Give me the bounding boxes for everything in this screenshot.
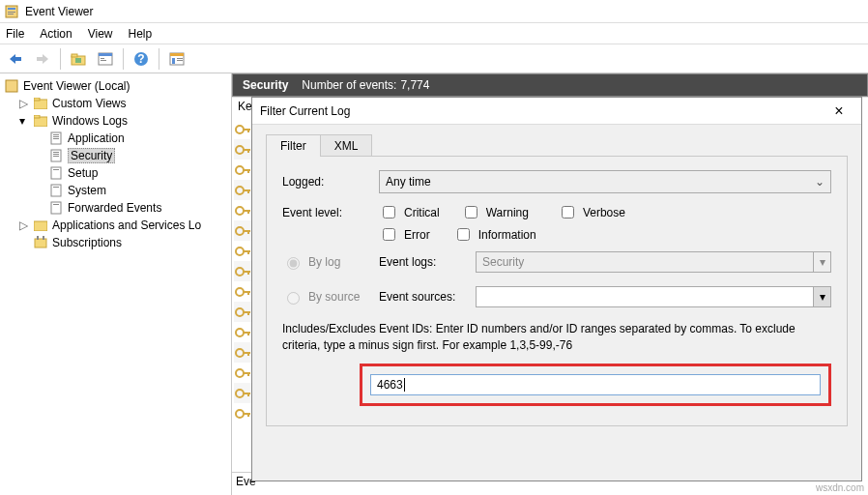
menu-action[interactable]: Action bbox=[40, 27, 72, 41]
tree-setup[interactable]: Setup bbox=[2, 164, 229, 182]
help-text: Includes/Excludes Event IDs: Enter ID nu… bbox=[282, 321, 831, 354]
menubar: File Action View Help bbox=[0, 23, 868, 44]
dropdown-button[interactable]: ▾ bbox=[813, 287, 830, 306]
radio bbox=[287, 292, 300, 305]
key-icon bbox=[234, 324, 253, 341]
svg-rect-42 bbox=[35, 239, 46, 248]
tree-forwarded[interactable]: Forwarded Events bbox=[2, 199, 229, 217]
log-icon bbox=[48, 131, 64, 146]
event-id-value: 4663 bbox=[377, 378, 403, 392]
dropdown-button: ▾ bbox=[813, 252, 830, 272]
tree-windows-logs[interactable]: ▾ Windows Logs bbox=[2, 112, 229, 130]
radio bbox=[287, 257, 300, 270]
svg-rect-53 bbox=[247, 169, 249, 173]
chk-information[interactable]: Information bbox=[453, 225, 536, 244]
logged-value: Any time bbox=[386, 175, 431, 189]
svg-rect-7 bbox=[37, 57, 43, 61]
log-icon bbox=[48, 148, 64, 163]
chk-critical[interactable]: Critical bbox=[379, 203, 440, 221]
event-sources-dropdown[interactable]: ▾ bbox=[476, 286, 831, 307]
svg-rect-32 bbox=[53, 152, 59, 153]
expand-icon[interactable]: ▷ bbox=[19, 97, 31, 110]
toolbar-divider bbox=[123, 48, 124, 70]
folder-icon bbox=[33, 113, 48, 129]
menu-view[interactable]: View bbox=[88, 27, 113, 41]
app-icon bbox=[4, 4, 19, 19]
svg-point-51 bbox=[236, 166, 244, 174]
radio-label: By source bbox=[308, 290, 360, 304]
tree-subscriptions[interactable]: Subscriptions bbox=[2, 234, 229, 251]
menu-file[interactable]: File bbox=[6, 27, 24, 41]
checkbox[interactable] bbox=[457, 228, 470, 241]
radio-by-log: By log bbox=[282, 254, 379, 270]
logged-label: Logged: bbox=[282, 175, 379, 189]
event-count: 7,774 bbox=[400, 78, 429, 92]
tree-system[interactable]: System bbox=[2, 182, 229, 199]
svg-rect-26 bbox=[34, 115, 40, 118]
checkbox[interactable] bbox=[562, 206, 574, 218]
svg-rect-12 bbox=[99, 53, 112, 56]
tree-root[interactable]: Event Viewer (Local) bbox=[2, 77, 229, 95]
svg-rect-62 bbox=[247, 230, 249, 234]
key-icon bbox=[234, 364, 253, 382]
help-button[interactable]: ? bbox=[130, 47, 153, 71]
checkbox[interactable] bbox=[465, 206, 477, 218]
svg-point-63 bbox=[236, 248, 244, 255]
forward-button[interactable] bbox=[31, 47, 54, 71]
row-level: Event level: Critical Warning Verbose bbox=[282, 203, 831, 221]
event-logs-value: Security bbox=[482, 255, 524, 269]
view-button[interactable] bbox=[165, 47, 188, 71]
key-icon bbox=[234, 141, 253, 159]
radio-by-source[interactable]: By source bbox=[282, 289, 379, 305]
tab-xml[interactable]: XML bbox=[320, 134, 373, 157]
tab-filter[interactable]: Filter bbox=[266, 134, 321, 157]
log-icon bbox=[48, 165, 64, 181]
key-icon bbox=[234, 263, 253, 280]
checkbox[interactable] bbox=[383, 228, 395, 241]
event-sources-label: Event sources: bbox=[379, 290, 476, 304]
tree-custom-views[interactable]: ▷ Custom Views bbox=[2, 95, 229, 112]
event-id-input[interactable]: 4663 bbox=[370, 374, 821, 395]
chk-error[interactable]: Error bbox=[379, 225, 430, 244]
svg-rect-89 bbox=[247, 413, 249, 417]
event-logs-dropdown: Security ▾ bbox=[476, 251, 831, 273]
svg-rect-1 bbox=[8, 8, 15, 10]
chk-label: Warning bbox=[486, 206, 529, 219]
svg-rect-20 bbox=[177, 58, 183, 59]
menu-help[interactable]: Help bbox=[129, 27, 153, 41]
svg-rect-30 bbox=[53, 138, 59, 139]
tree-application[interactable]: Application bbox=[2, 130, 229, 147]
toolbar-divider bbox=[159, 48, 159, 70]
checkbox[interactable] bbox=[383, 206, 395, 218]
svg-rect-68 bbox=[247, 271, 249, 275]
chk-verbose[interactable]: Verbose bbox=[558, 203, 625, 221]
text-cursor bbox=[404, 378, 405, 392]
logged-combo[interactable]: Any time ⌄ bbox=[379, 170, 831, 193]
back-button[interactable] bbox=[4, 47, 27, 71]
tree-label: Setup bbox=[68, 166, 98, 180]
chk-warning[interactable]: Warning bbox=[461, 203, 529, 221]
tree-security[interactable]: Security bbox=[2, 147, 229, 164]
toolbar: ? bbox=[0, 44, 868, 73]
svg-rect-5 bbox=[14, 57, 21, 61]
nav-tree[interactable]: Event Viewer (Local) ▷ Custom Views ▾ Wi… bbox=[0, 73, 232, 495]
chk-label: Information bbox=[478, 228, 536, 242]
row-logged: Logged: Any time ⌄ bbox=[282, 170, 831, 193]
tree-apps-services[interactable]: ▷ Applications and Services Lo bbox=[2, 217, 229, 234]
svg-rect-28 bbox=[53, 134, 59, 135]
tree-label: System bbox=[68, 184, 106, 197]
content-title: Security bbox=[243, 78, 288, 92]
chevron-down-icon: ⌄ bbox=[815, 175, 825, 189]
properties-button[interactable] bbox=[94, 47, 117, 71]
event-id-highlight: 4663 bbox=[360, 364, 831, 406]
log-icon bbox=[48, 183, 64, 198]
expand-icon[interactable]: ▷ bbox=[19, 218, 31, 232]
dialog-titlebar[interactable]: Filter Current Log × bbox=[252, 98, 861, 125]
main-area: Event Viewer (Local) ▷ Custom Views ▾ Wi… bbox=[0, 73, 868, 495]
tree-label: Application bbox=[68, 131, 125, 145]
folder-button[interactable] bbox=[67, 47, 90, 71]
close-button[interactable]: × bbox=[825, 103, 854, 119]
collapse-icon[interactable]: ▾ bbox=[19, 114, 31, 128]
svg-rect-37 bbox=[51, 185, 61, 196]
svg-point-48 bbox=[236, 146, 244, 154]
